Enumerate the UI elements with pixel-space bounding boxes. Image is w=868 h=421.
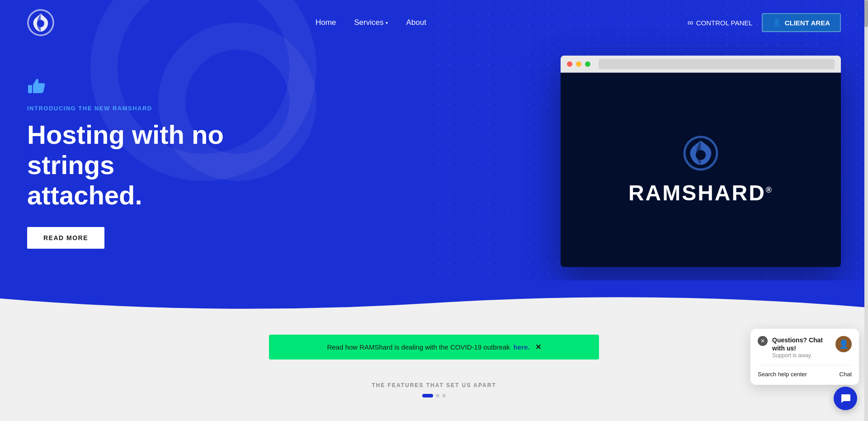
browser-brand-name: RAMSHARD® — [628, 180, 773, 205]
features-indicator — [0, 394, 868, 397]
notification-close-button[interactable]: ✕ — [535, 343, 541, 351]
indicator-dot-3[interactable] — [442, 394, 446, 397]
indicator-dot-2[interactable] — [436, 394, 439, 397]
scrollbar-thumb[interactable] — [864, 0, 868, 27]
logo-icon — [27, 9, 54, 36]
client-area-button[interactable]: 👤 CLIENT AREA — [762, 13, 841, 32]
read-more-button[interactable]: READ MORE — [27, 227, 104, 249]
svg-rect-2 — [28, 85, 32, 93]
notification-text: Read how RAMShard is dealing with the CO… — [327, 343, 509, 351]
chat-title: Questions? Chat with us! — [772, 336, 831, 352]
chat-bubble-button[interactable] — [834, 387, 857, 407]
browser-body: RAMSHARD® — [561, 73, 841, 267]
browser-mockup: RAMSHARD® — [561, 56, 841, 267]
navbar-actions: ∞ CONTROL PANEL 👤 CLIENT AREA — [688, 13, 841, 32]
features-header: THE FEATURES THAT SET US APART — [0, 360, 868, 407]
lower-section: Read how RAMShard is dealing with the CO… — [0, 317, 868, 407]
browser-dot-red — [567, 61, 572, 67]
notification-bar: Read how RAMShard is dealing with the CO… — [269, 335, 599, 360]
wave-divider — [0, 280, 868, 317]
chat-chat-button[interactable]: Chat — [840, 371, 852, 378]
control-panel-button[interactable]: ∞ CONTROL PANEL — [688, 18, 753, 28]
navbar: Home Services ▾ About ∞ CONTROL PANEL 👤 … — [0, 0, 868, 45]
chat-close-button[interactable]: ✕ — [758, 336, 768, 346]
nav-home[interactable]: Home — [316, 18, 336, 27]
hero-intro-label: INTRODUCING THE NEW RAMSHARD — [27, 105, 280, 112]
browser-logo-icon — [683, 135, 719, 171]
browser-topbar — [561, 56, 841, 73]
logo[interactable] — [27, 9, 54, 36]
notification-link[interactable]: here. — [514, 343, 530, 351]
nav-about[interactable]: About — [406, 18, 426, 27]
thumbs-up-icon — [27, 77, 46, 96]
chat-subtitle: Support is away. — [772, 352, 831, 359]
browser-dot-green — [585, 61, 590, 67]
chat-avatar: 👤 — [835, 336, 852, 352]
nav-services[interactable]: Services ▾ — [354, 18, 388, 27]
svg-point-1 — [37, 20, 44, 27]
hero-content: INTRODUCING THE NEW RAMSHARD Hosting wit… — [27, 32, 280, 248]
chat-bubble-icon — [840, 393, 851, 404]
svg-point-4 — [696, 150, 706, 160]
hero-title: Hosting with no strings attached. — [27, 120, 280, 210]
scrollbar[interactable] — [864, 0, 868, 407]
hero-intro-icon — [27, 77, 280, 98]
chat-widget-actions: Search help center Chat — [758, 365, 852, 378]
main-nav: Home Services ▾ About — [316, 18, 426, 27]
infinity-icon: ∞ — [688, 18, 693, 28]
chat-widget-text: Questions? Chat with us! Support is away… — [772, 336, 831, 359]
indicator-dot-1[interactable] — [422, 394, 433, 397]
chevron-down-icon: ▾ — [386, 20, 388, 25]
user-icon: 👤 — [773, 19, 781, 27]
chat-search-button[interactable]: Search help center — [758, 371, 807, 378]
browser-address-bar — [599, 59, 835, 69]
chat-widget-header: ✕ Questions? Chat with us! Support is aw… — [758, 336, 852, 359]
browser-dot-yellow — [576, 61, 581, 67]
features-eyebrow: THE FEATURES THAT SET US APART — [0, 382, 868, 388]
chat-widget: ✕ Questions? Chat with us! Support is aw… — [750, 329, 859, 385]
